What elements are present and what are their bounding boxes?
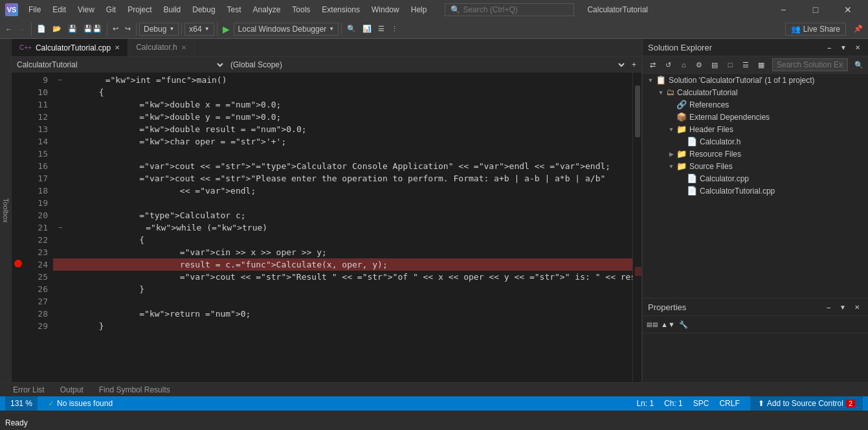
bp-slot-27[interactable] xyxy=(12,294,25,306)
bp-slot-10[interactable] xyxy=(12,85,25,97)
toolbar-extra-1[interactable]: 🔍 xyxy=(344,23,359,34)
code-line-16[interactable]: ="var">cout << ="str">"="type">Calculato… xyxy=(53,160,632,172)
se-dropdown-btn[interactable]: ▼ xyxy=(838,41,849,53)
props-category-btn[interactable]: ▤▤ xyxy=(645,317,660,332)
bp-slot-29[interactable] xyxy=(12,319,25,331)
tree-item-resource-files[interactable]: ▶📁Resource Files xyxy=(643,148,868,160)
tree-item-external-dependencies[interactable]: 📦External Dependencies xyxy=(643,111,868,123)
bp-slot-24[interactable] xyxy=(12,257,25,269)
tree-item-calculator.cpp[interactable]: 📄Calculator.cpp xyxy=(643,172,868,185)
bp-slot-26[interactable] xyxy=(12,282,25,294)
tree-item-references[interactable]: 🔗References xyxy=(643,98,868,111)
code-line-17[interactable]: ="var">cout << ="str">"Please enter the … xyxy=(53,172,632,185)
debug-config-dropdown[interactable]: Debug ▼ xyxy=(139,23,179,36)
menu-item-build[interactable]: Build xyxy=(159,4,186,16)
se-sync-btn[interactable]: ⇄ xyxy=(645,58,660,72)
toolbar-back[interactable]: ← xyxy=(3,24,15,34)
code-line-20[interactable]: ="type">Calculator c; xyxy=(53,209,632,221)
tab-find-symbol[interactable]: Find Symbol Results xyxy=(91,384,178,396)
toolbar-undo[interactable]: ↩ xyxy=(110,23,121,34)
menu-item-help[interactable]: Help xyxy=(406,4,432,16)
se-search-input[interactable] xyxy=(777,60,843,69)
bp-slot-19[interactable] xyxy=(12,196,25,208)
tab-output[interactable]: Output xyxy=(52,384,91,396)
code-line-10[interactable]: { xyxy=(53,86,632,98)
code-line-28[interactable]: ="kw">return ="num">0; xyxy=(53,308,632,320)
tree-arrow-calculatortutorial[interactable]: ▼ xyxy=(656,89,666,96)
code-line-22[interactable]: { xyxy=(53,234,632,246)
zoom-indicator[interactable]: 131 % xyxy=(5,396,38,411)
menu-item-edit[interactable]: Edit xyxy=(47,4,71,16)
code-line-26[interactable]: } xyxy=(53,283,632,295)
se-view-btn[interactable]: ▦ xyxy=(754,58,768,72)
toolbar-forward[interactable]: → xyxy=(16,24,28,34)
editor-scrollbar[interactable] xyxy=(632,73,641,382)
code-line-15[interactable] xyxy=(53,148,632,160)
tab-calculator-h[interactable]: Calculator.h ✕ xyxy=(128,39,194,56)
tree-arrow-header-files[interactable]: ▼ xyxy=(666,126,676,133)
se-pin-btn[interactable]: ‒ xyxy=(823,41,835,53)
live-share-button[interactable]: 👥 Live Share xyxy=(785,23,846,36)
tree-arrow-resource-files[interactable]: ▶ xyxy=(666,151,676,157)
close-button[interactable]: ✕ xyxy=(833,0,863,19)
toolbox-panel[interactable]: Toolbox xyxy=(0,39,12,382)
menu-item-analyze[interactable]: Analyze xyxy=(248,4,286,16)
code-line-14[interactable]: ="kw">char oper = ="str">'+'; xyxy=(53,135,632,148)
menu-item-file[interactable]: File xyxy=(23,4,46,16)
tree-item-calculatortutorial[interactable]: ▼🗂CalculatorTutorial xyxy=(643,86,868,98)
bp-slot-28[interactable] xyxy=(12,306,25,319)
toolbar-open[interactable]: 📂 xyxy=(50,23,64,34)
bp-slot-14[interactable] xyxy=(12,134,25,146)
props-close-btn[interactable]: ✕ xyxy=(851,301,863,313)
props-dropdown-btn[interactable]: ▼ xyxy=(837,301,849,313)
menu-item-git[interactable]: Git xyxy=(101,4,121,16)
se-filter-btn[interactable]: ▤ xyxy=(707,58,722,72)
toolbar-pin[interactable]: 📌 xyxy=(851,23,865,34)
add-source-control-button[interactable]: ⬆ Add to Source Control 2 xyxy=(750,396,863,411)
menu-item-debug[interactable]: Debug xyxy=(187,4,220,16)
menu-item-extensions[interactable]: Extensions xyxy=(317,4,365,16)
code-line-25[interactable]: ="var">cout << ="str">"Result " << ="str… xyxy=(53,271,632,283)
toolbar-save-all[interactable]: 💾💾 xyxy=(81,23,104,34)
collapse-btn-9[interactable]: − xyxy=(58,74,62,86)
search-box[interactable]: 🔍 xyxy=(445,3,574,16)
tree-item-solution-'calculatortutorial'-(1-of-1-project)[interactable]: ▼📋Solution 'CalculatorTutorial' (1 of 1 … xyxy=(643,74,868,86)
toolbar-redo[interactable]: ↪ xyxy=(122,23,133,34)
collapse-btn-21[interactable]: − xyxy=(58,221,62,234)
se-search-box[interactable] xyxy=(772,58,848,71)
close-tab-calculator-tutorial[interactable]: ✕ xyxy=(115,44,120,51)
code-line-9[interactable]: − ="kw">int ="func">main() xyxy=(53,74,632,86)
search-input[interactable] xyxy=(463,5,560,14)
se-home-btn[interactable]: ⌂ xyxy=(676,58,691,72)
code-line-12[interactable]: ="kw">double y = ="num">0.0; xyxy=(53,111,632,123)
menu-item-test[interactable]: Test xyxy=(222,4,247,16)
menu-item-project[interactable]: Project xyxy=(122,4,157,16)
tree-item-header-files[interactable]: ▼📁Header Files xyxy=(643,123,868,135)
bp-slot-20[interactable] xyxy=(12,208,25,220)
toolbar-new[interactable]: 📄 xyxy=(34,23,49,34)
bp-slot-9[interactable] xyxy=(12,73,25,85)
bp-slot-18[interactable] xyxy=(12,183,25,196)
bp-slot-13[interactable] xyxy=(12,122,25,134)
menu-item-tools[interactable]: Tools xyxy=(287,4,315,16)
toolbar-save[interactable]: 💾 xyxy=(65,23,80,34)
toolbar-extra-3[interactable]: ☰ xyxy=(375,23,387,34)
props-sort-btn[interactable]: ▲▼ xyxy=(661,317,675,332)
context-dropdown[interactable]: (Global Scope) xyxy=(225,57,627,73)
bp-slot-16[interactable] xyxy=(12,159,25,171)
code-content[interactable]: − ="kw">int ="func">main() { ="kw">doubl… xyxy=(53,73,632,382)
code-line-24[interactable]: result = c.="func">Calculate(x, oper, y)… xyxy=(53,258,632,271)
bp-slot-15[interactable] xyxy=(12,146,25,159)
code-line-29[interactable]: } xyxy=(53,320,632,332)
se-close-btn[interactable]: ✕ xyxy=(852,41,863,53)
tree-arrow-source-files[interactable]: ▼ xyxy=(666,163,676,170)
code-line-11[interactable]: ="kw">double x = ="num">0.0; xyxy=(53,98,632,111)
menu-item-window[interactable]: Window xyxy=(366,4,405,16)
bp-slot-21[interactable] xyxy=(12,220,25,232)
toolbar-extra-4[interactable]: ⋮ xyxy=(388,23,401,34)
bp-slot-11[interactable] xyxy=(12,97,25,109)
add-nav-item[interactable]: + xyxy=(627,59,641,71)
bp-slot-25[interactable] xyxy=(12,269,25,282)
scope-dropdown[interactable]: CalculatorTutorial xyxy=(12,57,225,73)
bp-slot-22[interactable] xyxy=(12,232,25,245)
